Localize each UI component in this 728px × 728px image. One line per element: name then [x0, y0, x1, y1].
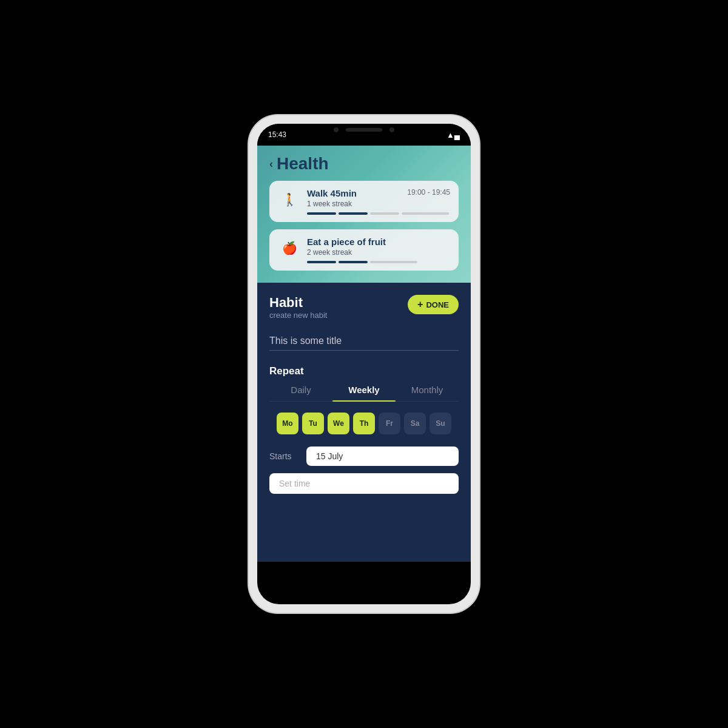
repeat-label: Repeat: [269, 365, 459, 377]
starts-row: Starts 15 July: [269, 447, 459, 466]
header-section: ‹ Health 🚶 Walk 45min 19:00 - 19:45 1 we…: [257, 146, 471, 283]
day-we[interactable]: We: [328, 413, 349, 434]
tab-underline: [332, 400, 396, 402]
status-time: 15:43: [268, 130, 286, 139]
back-arrow-icon: ‹: [269, 158, 273, 170]
day-su[interactable]: Su: [430, 413, 451, 434]
starts-label: Starts: [269, 451, 297, 461]
habit-form-section: Habit create new habit + DONE Repeat Dai…: [257, 283, 471, 562]
habit-time-walk: 19:00 - 19:45: [407, 188, 450, 197]
camera-notch: [334, 127, 394, 132]
done-button[interactable]: + DONE: [408, 295, 459, 314]
day-tu[interactable]: Tu: [302, 413, 324, 434]
habit-header-fruit: Eat a piece of fruit: [307, 237, 450, 247]
tab-daily[interactable]: Daily: [269, 385, 332, 401]
habit-streak-fruit: 2 week streak: [307, 248, 450, 257]
status-bar: 15:43 ▲▄: [257, 124, 471, 146]
habit-name-fruit: Eat a piece of fruit: [307, 237, 386, 247]
fruit-seg-1: [307, 261, 336, 263]
signal-area: ▲▄: [447, 130, 460, 140]
camera-left: [334, 127, 339, 132]
set-time-label: Set time: [279, 479, 310, 488]
habit-progress-fruit: [307, 261, 450, 263]
habit-form-header: Habit create new habit + DONE: [269, 295, 459, 333]
habit-header-walk: Walk 45min 19:00 - 19:45: [307, 188, 450, 198]
camera-right: [389, 127, 394, 132]
fruit-seg-2: [339, 261, 368, 263]
day-selector: Mo Tu We Th Fr Sa Su: [269, 413, 459, 434]
habit-icon-walk: 🚶: [278, 188, 301, 211]
phone-screen: 15:43 ▲▄ ‹ Health 🚶: [257, 124, 471, 604]
habit-form-titles: Habit create new habit: [269, 295, 327, 333]
day-th[interactable]: Th: [353, 413, 375, 434]
plus-icon: +: [417, 299, 423, 310]
tab-monthly[interactable]: Monthly: [396, 385, 459, 401]
back-button[interactable]: ‹ Health: [269, 154, 459, 174]
page-title: Health: [277, 154, 329, 174]
habit-section-title: Habit: [269, 295, 327, 311]
habit-card-fruit[interactable]: 🍎 Eat a piece of fruit 2 week streak: [269, 229, 459, 271]
set-time-button[interactable]: Set time: [269, 473, 459, 494]
habit-icon-fruit: 🍎: [278, 237, 301, 260]
title-input-container: [269, 335, 459, 351]
habit-name-walk: Walk 45min: [307, 188, 357, 198]
habit-info-walk: Walk 45min 19:00 - 19:45 1 week streak: [307, 188, 450, 215]
starts-date-value[interactable]: 15 July: [306, 447, 459, 466]
repeat-tabs: Daily Weekly Monthly: [269, 385, 459, 402]
habit-card-walk[interactable]: 🚶 Walk 45min 19:00 - 19:45 1 week streak: [269, 181, 459, 222]
progress-seg-4: [402, 212, 449, 215]
fruit-seg-3: [370, 261, 417, 263]
done-button-label: DONE: [426, 300, 449, 309]
create-new-label: create new habit: [269, 311, 327, 320]
progress-seg-2: [339, 212, 368, 215]
phone-frame: 15:43 ▲▄ ‹ Health 🚶: [249, 115, 479, 613]
day-sa[interactable]: Sa: [404, 413, 426, 434]
habit-progress-walk: [307, 212, 450, 215]
habit-streak-walk: 1 week streak: [307, 200, 450, 208]
day-mo[interactable]: Mo: [277, 413, 298, 434]
tab-weekly[interactable]: Weekly: [332, 385, 396, 401]
speaker: [346, 128, 382, 132]
progress-seg-3: [370, 212, 399, 215]
day-fr[interactable]: Fr: [379, 413, 400, 434]
progress-seg-1: [307, 212, 336, 215]
signal-icon: ▲▄: [447, 130, 460, 140]
habit-title-input[interactable]: [269, 335, 459, 346]
habit-info-fruit: Eat a piece of fruit 2 week streak: [307, 237, 450, 263]
screen-content: ‹ Health 🚶 Walk 45min 19:00 - 19:45 1 we…: [257, 146, 471, 604]
